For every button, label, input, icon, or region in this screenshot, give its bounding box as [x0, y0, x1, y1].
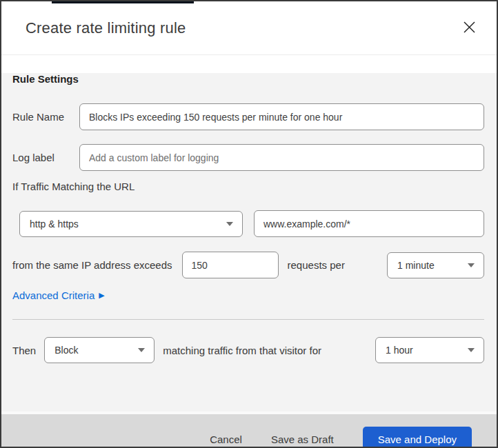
action-row: Then Block matching traffic from that vi… [12, 337, 484, 363]
scheme-select[interactable]: http & https [19, 211, 243, 237]
rate-limiting-rule-dialog: Create rate limiting rule Rule Settings … [0, 0, 498, 448]
caret-down-icon [226, 222, 233, 226]
requests-per-label: requests per [288, 259, 345, 271]
scheme-select-value: http & https [30, 218, 79, 230]
duration-select[interactable]: 1 hour [375, 337, 484, 363]
log-label-row: Log label [12, 144, 484, 171]
action-select[interactable]: Block [44, 337, 155, 363]
caret-down-icon [138, 348, 145, 352]
save-and-deploy-button[interactable]: Save and Deploy [363, 427, 472, 448]
caret-down-icon [468, 263, 475, 267]
advanced-criteria-label: Advanced Criteria [12, 289, 94, 301]
request-count-input[interactable] [182, 252, 279, 278]
cancel-button[interactable]: Cancel [210, 434, 242, 445]
advanced-criteria-link[interactable]: Advanced Criteria ▶ [12, 289, 105, 301]
then-label: Then [12, 345, 36, 356]
duration-select-value: 1 hour [386, 345, 413, 356]
save-as-draft-button[interactable]: Save as Draft [271, 434, 334, 445]
action-suffix-label: matching traffic from that visitor for [163, 345, 321, 356]
log-label-input[interactable] [79, 144, 484, 171]
rule-name-label: Rule Name [12, 111, 79, 123]
section-divider [12, 319, 484, 320]
close-button[interactable] [460, 18, 479, 39]
rule-settings-heading: Rule Settings [12, 73, 484, 85]
url-input-wrap [254, 210, 484, 237]
period-select-value: 1 minute [397, 260, 435, 271]
advanced-criteria-row: Advanced Criteria ▶ [12, 289, 484, 301]
close-icon [463, 21, 476, 36]
threshold-prefix-label: from the same IP address exceeds [12, 259, 172, 271]
log-label-label: Log label [12, 152, 79, 163]
arrow-right-icon: ▶ [99, 291, 104, 300]
page-title: Create rate limiting rule [26, 19, 186, 37]
dialog-header: Create rate limiting rule [1, 1, 497, 55]
period-select[interactable]: 1 minute [387, 252, 484, 278]
url-match-row: http & https [12, 210, 484, 237]
traffic-match-heading: If Traffic Matching the URL [12, 181, 484, 193]
action-select-value: Block [54, 345, 78, 356]
dialog-footer: Cancel Save as Draft Save and Deploy [1, 411, 497, 448]
threshold-row: from the same IP address exceeds request… [12, 252, 484, 278]
page-behind-strip [52, 1, 194, 3]
dialog-body: Rule Settings Rule Name Log label If Tra… [1, 73, 497, 411]
url-pattern-input[interactable] [254, 210, 484, 237]
rule-name-input[interactable] [79, 103, 484, 130]
rule-name-row: Rule Name [12, 103, 484, 130]
caret-down-icon [468, 348, 475, 352]
